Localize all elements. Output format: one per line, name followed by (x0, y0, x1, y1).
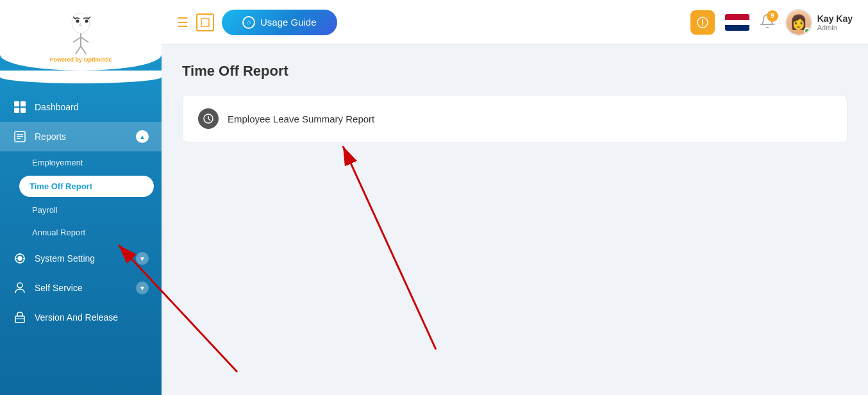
hamburger-button[interactable]: ☰ (177, 15, 188, 30)
reports-label: Reports (35, 131, 128, 142)
sidebar-navigation: Dashboard Reports ▲ Employement Time Off… (0, 87, 162, 395)
report-card: Employee Leave Summary Report (182, 95, 847, 142)
box-icon (13, 310, 27, 324)
svg-point-33 (702, 24, 703, 26)
sidebar-item-employment[interactable]: Employement (19, 151, 162, 174)
svg-point-3 (76, 20, 79, 23)
svg-line-10 (76, 46, 81, 54)
avatar: 👩 (785, 9, 812, 36)
usage-guide-button[interactable]: ○ Usage Guide (222, 10, 337, 35)
notification-button[interactable]: 9 (760, 13, 775, 31)
page-title: Time Off Report (182, 63, 847, 80)
svg-point-4 (85, 20, 88, 23)
sidebar-item-time-off-report[interactable]: Time Off Report (19, 176, 154, 197)
svg-line-11 (81, 46, 86, 54)
version-release-label: Version And Release (35, 312, 149, 323)
svg-point-27 (17, 283, 22, 288)
svg-line-9 (81, 37, 88, 42)
header-left: ☰ ○ Usage Guide (177, 10, 337, 35)
svg-rect-15 (21, 108, 26, 113)
svg-rect-28 (15, 316, 24, 323)
gear-icon (13, 251, 27, 265)
system-setting-chevron-icon: ▼ (136, 252, 149, 265)
logo-image (55, 10, 106, 55)
svg-rect-13 (21, 101, 26, 106)
svg-rect-14 (14, 108, 19, 113)
reports-chevron-icon: ▲ (136, 130, 149, 143)
powered-by-label: Powered by Optimistic (49, 56, 112, 63)
online-indicator (804, 28, 810, 34)
sidebar-item-payroll[interactable]: Payroll (19, 199, 162, 221)
reports-icon (13, 130, 27, 144)
dashboard-icon (13, 100, 27, 114)
user-name: Kay Kay (817, 13, 853, 24)
alert-button[interactable] (690, 10, 715, 35)
sidebar-item-reports[interactable]: Reports ▲ (0, 122, 162, 151)
employee-leave-label: Employee Leave Summary Report (228, 113, 374, 124)
svg-rect-26 (23, 258, 25, 259)
page-content: Time Off Report Employee Leave Summary R… (162, 45, 868, 395)
sidebar-wave-decor (0, 71, 162, 83)
sidebar: Powered by Optimistic Dashboard (0, 0, 162, 395)
svg-rect-30 (201, 19, 209, 26)
language-flag-button[interactable] (725, 14, 749, 31)
system-setting-label: System Setting (35, 253, 128, 264)
svg-rect-23 (19, 253, 21, 255)
sidebar-item-dashboard[interactable]: Dashboard (0, 92, 162, 122)
logo-area: Powered by Optimistic (0, 0, 162, 71)
sidebar-item-system-setting[interactable]: System Setting ▼ (0, 244, 162, 273)
user-role: Admin (817, 24, 853, 31)
user-profile[interactable]: 👩 Kay Kay Admin (785, 9, 853, 36)
self-service-label: Self Service (35, 283, 128, 293)
notification-badge: 9 (767, 10, 778, 22)
header-right: 9 👩 Kay Kay Admin (690, 9, 853, 36)
svg-rect-12 (14, 101, 19, 106)
reports-sub-navigation: Employement Time Off Report Payroll Annu… (0, 151, 162, 244)
self-service-chevron-icon: ▼ (136, 282, 149, 294)
sidebar-item-version-release[interactable]: Version And Release (0, 303, 162, 332)
report-item-employee-leave[interactable]: Employee Leave Summary Report (183, 96, 847, 142)
header: ☰ ○ Usage Guide (162, 0, 868, 45)
sidebar-item-annual-report[interactable]: Annual Report (19, 221, 162, 244)
svg-line-8 (73, 37, 81, 42)
dashboard-label: Dashboard (35, 102, 149, 112)
svg-rect-24 (19, 262, 21, 264)
sidebar-item-self-service[interactable]: Self Service ▼ (0, 273, 162, 303)
clock-icon (198, 108, 219, 129)
expand-button[interactable] (196, 13, 214, 31)
svg-rect-25 (15, 258, 17, 259)
usage-guide-icon: ○ (242, 16, 255, 29)
main-container: ☰ ○ Usage Guide (162, 0, 868, 395)
person-icon (13, 281, 27, 295)
